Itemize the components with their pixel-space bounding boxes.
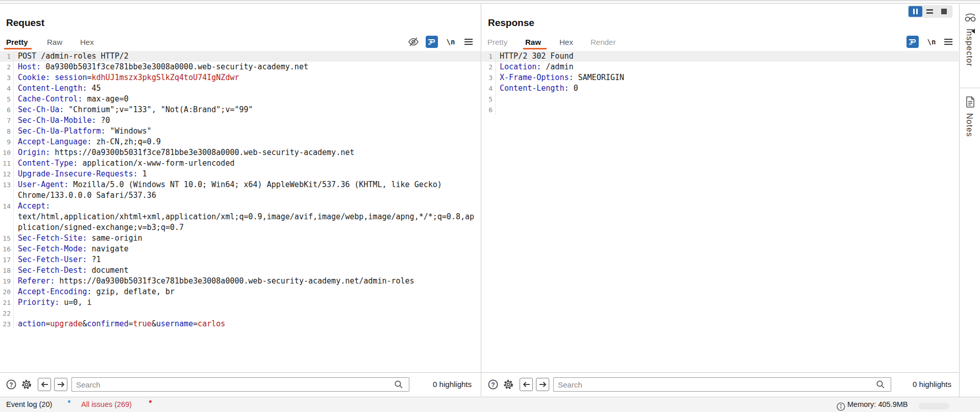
code-line[interactable]: plication/signed-exchange;v=b3;q=0.7 xyxy=(0,222,481,233)
line-number: 16 xyxy=(0,244,14,254)
response-tab-pretty[interactable]: Pretty xyxy=(487,38,507,46)
line-number xyxy=(0,222,14,233)
sidebar-divider xyxy=(960,88,980,88)
line-number: 1 xyxy=(482,51,496,62)
request-tab-pretty[interactable]: Pretty xyxy=(6,38,28,46)
next-match-button[interactable] xyxy=(54,378,67,391)
selected-tab-underline xyxy=(4,48,32,49)
view-rows-button[interactable] xyxy=(923,6,937,17)
code-line[interactable]: 22 xyxy=(0,308,481,319)
line-number: 4 xyxy=(0,83,14,94)
gear-icon[interactable] xyxy=(20,378,33,391)
response-search-input[interactable] xyxy=(553,377,891,392)
prev-match-button[interactable] xyxy=(520,378,533,391)
code-line[interactable]: 19Referer: https://0a9300b5031f3ce781bbe… xyxy=(0,276,481,287)
request-editor[interactable]: 1POST /admin-roles HTTP/22Host: 0a9300b5… xyxy=(0,51,481,329)
view-tabs-button[interactable] xyxy=(937,6,951,17)
code-line[interactable]: 3Cookie: session=kdhUJ1mszx3pkgSlkZq4toU… xyxy=(0,72,481,83)
line-number xyxy=(0,190,14,201)
code-line[interactable]: text/html,application/xhtml+xml,applicat… xyxy=(0,212,481,222)
right-sidebar: Inspector Notes xyxy=(959,4,980,397)
prev-match-button[interactable] xyxy=(38,378,51,391)
event-log-dot xyxy=(68,400,70,403)
code-line[interactable]: Chrome/133.0.0.0 Safari/537.36 xyxy=(0,190,481,201)
response-tab-hex[interactable]: Hex xyxy=(559,38,573,46)
code-line[interactable]: 8Sec-Ch-Ua-Platform: "Windows" xyxy=(0,126,481,137)
request-highlights-count: 0 highlights xyxy=(433,380,472,389)
code-line[interactable]: 5Cache-Control: max-age=0 xyxy=(0,94,481,105)
line-number: 11 xyxy=(0,158,14,169)
response-search-bar: ? 0 highlights xyxy=(482,372,959,397)
line-number: 13 xyxy=(0,179,14,190)
code-line[interactable]: 14Accept: xyxy=(0,201,481,212)
response-tab-raw[interactable]: Raw xyxy=(525,38,541,46)
request-panel: Request Pretty Raw Hex \n xyxy=(0,4,481,396)
svg-text:?: ? xyxy=(491,381,495,389)
svg-text:?: ? xyxy=(9,381,13,389)
code-line[interactable]: 21Priority: u=0, i xyxy=(0,297,481,308)
editor-menu-icon[interactable] xyxy=(942,36,954,48)
status-bar: Event log (20) All issues (269) Memory: … xyxy=(0,397,980,412)
code-line[interactable]: 2Location: /admin xyxy=(482,62,959,72)
notes-tab[interactable]: Notes xyxy=(965,113,974,137)
code-line[interactable]: 1HTTP/2 302 Found xyxy=(482,51,959,62)
code-line[interactable]: 5 xyxy=(482,94,959,105)
notes-icon[interactable] xyxy=(965,96,976,110)
code-line[interactable]: 4Content-Length: 45 xyxy=(0,83,481,94)
word-wrap-icon[interactable] xyxy=(906,36,919,48)
line-number: 17 xyxy=(0,254,14,265)
code-line[interactable]: 6Sec-Ch-Ua: "Chromium";v="133", "Not(A:B… xyxy=(0,105,481,115)
all-issues-dot xyxy=(149,400,152,403)
code-line[interactable]: 6 xyxy=(482,105,959,115)
code-line[interactable]: 9Accept-Language: zh-CN,zh;q=0.9 xyxy=(0,137,481,147)
response-tab-render[interactable]: Render xyxy=(591,38,616,46)
inspector-icon[interactable] xyxy=(964,12,977,25)
newline-toggle-icon[interactable]: \n xyxy=(445,36,457,48)
code-line[interactable]: 15Sec-Fetch-Site: same-origin xyxy=(0,233,481,244)
event-log-button[interactable]: Event log (20) xyxy=(6,397,52,412)
request-search-bar: ? 0 highlights xyxy=(0,372,481,397)
code-line[interactable]: 10Origin: https://0a9300b5031f3ce781bbe3… xyxy=(0,147,481,158)
line-number: 4 xyxy=(482,83,496,94)
code-line[interactable]: 7Sec-Ch-Ua-Mobile: ?0 xyxy=(0,115,481,126)
inspector-tab[interactable]: Inspector xyxy=(965,29,974,67)
line-number: 7 xyxy=(0,115,14,126)
code-line[interactable]: 11Content-Type: application/x-www-form-u… xyxy=(0,158,481,169)
request-tab-raw[interactable]: Raw xyxy=(47,38,62,46)
word-wrap-icon[interactable] xyxy=(426,36,438,48)
next-match-button[interactable] xyxy=(536,378,549,391)
code-line[interactable]: 13User-Agent: Mozilla/5.0 (Windows NT 10… xyxy=(0,179,481,190)
code-line[interactable]: 16Sec-Fetch-Mode: navigate xyxy=(0,244,481,254)
gear-icon[interactable] xyxy=(502,378,514,391)
line-number: 3 xyxy=(0,72,14,83)
request-search-input[interactable] xyxy=(71,377,409,392)
code-line[interactable]: 23action=upgrade&confirmed=true&username… xyxy=(0,319,481,329)
code-line[interactable]: 12Upgrade-Insecure-Requests: 1 xyxy=(0,169,481,179)
line-number: 10 xyxy=(0,147,14,158)
line-number: 3 xyxy=(482,72,496,83)
collapse-panel-arrow-icon[interactable] xyxy=(971,29,975,34)
editor-menu-icon[interactable] xyxy=(462,36,475,48)
all-issues-button[interactable]: All issues (269) xyxy=(81,397,132,412)
code-line[interactable]: 17Sec-Fetch-User: ?1 xyxy=(0,254,481,265)
code-line[interactable]: 1POST /admin-roles HTTP/2 xyxy=(0,51,481,62)
view-columns-button[interactable] xyxy=(909,6,922,17)
line-number: 2 xyxy=(0,62,14,72)
response-editor[interactable]: 1HTTP/2 302 Found2Location: /admin3X-Fra… xyxy=(482,51,959,115)
line-number: 8 xyxy=(0,126,14,137)
hide-nonprintable-icon[interactable] xyxy=(407,36,420,48)
help-icon[interactable]: ? xyxy=(487,378,499,391)
code-line[interactable]: 4Content-Length: 0 xyxy=(482,83,959,94)
memory-usage: Memory: 405.9MB xyxy=(847,397,908,412)
code-line[interactable]: 3X-Frame-Options: SAMEORIGIN xyxy=(482,72,959,83)
request-tab-hex[interactable]: Hex xyxy=(80,38,94,46)
line-number: 18 xyxy=(0,265,14,276)
help-icon[interactable]: ? xyxy=(5,378,17,391)
selected-tab-underline xyxy=(523,48,547,49)
newline-toggle-icon[interactable]: \n xyxy=(925,36,938,48)
code-line[interactable]: 2Host: 0a9300b5031f3ce781bbe3e3008a0000.… xyxy=(0,62,481,72)
code-line[interactable]: 20Accept-Encoding: gzip, deflate, br xyxy=(0,287,481,297)
response-highlights-count: 0 highlights xyxy=(913,380,951,389)
panel-divider[interactable] xyxy=(481,4,481,396)
code-line[interactable]: 18Sec-Fetch-Dest: document xyxy=(0,265,481,276)
